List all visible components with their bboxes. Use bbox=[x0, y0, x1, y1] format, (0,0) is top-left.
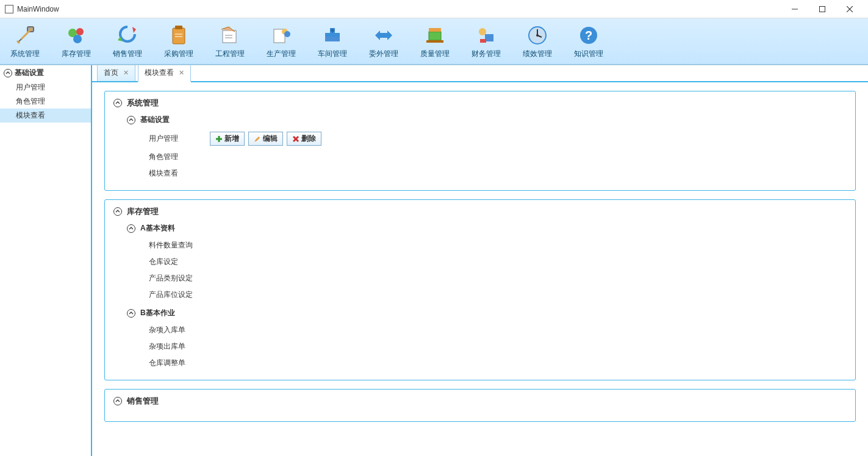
module-item-row: 角色管理 bbox=[127, 149, 847, 165]
subgroup-title[interactable]: B基本作业 bbox=[127, 308, 847, 318]
toolbar-label: 采购管理 bbox=[164, 49, 193, 59]
module-item-label[interactable]: 杂项入库单 bbox=[149, 325, 210, 335]
svg-point-10 bbox=[73, 35, 82, 43]
module-item-row: 模块查看 bbox=[127, 165, 847, 182]
subgroup: B基本作业 杂项入库单 杂项出库单 仓库调整单 bbox=[127, 308, 847, 371]
chevron-up-icon[interactable] bbox=[127, 309, 135, 318]
module-item-label[interactable]: 仓库设定 bbox=[149, 257, 210, 267]
toolbar-label: 质量管理 bbox=[420, 49, 450, 59]
eng-icon bbox=[218, 23, 242, 48]
toolbar-label: 车间管理 bbox=[318, 49, 347, 59]
toolbar-label: 生产管理 bbox=[267, 49, 296, 59]
inv-icon bbox=[64, 23, 88, 48]
prod-icon bbox=[269, 23, 293, 48]
toolbar-item-purchase[interactable]: 采购管理 bbox=[162, 23, 195, 59]
add-button[interactable]: 新增 bbox=[210, 132, 245, 146]
toolbar-item-sys[interactable]: 系统管理 bbox=[9, 23, 41, 59]
module-item-row: 仓库调整单 bbox=[127, 355, 847, 371]
toolbar-label: 财务管理 bbox=[472, 49, 501, 59]
tab-close-icon[interactable]: ✕ bbox=[179, 69, 184, 77]
plus-icon bbox=[215, 135, 223, 143]
subgroup: A基本资料 料件数量查询 仓库设定 产品类别设定 产品库位设定 bbox=[127, 223, 847, 303]
svg-rect-17 bbox=[223, 30, 236, 43]
perf-icon bbox=[525, 23, 550, 48]
module-item-row: 杂项出库单 bbox=[127, 338, 847, 355]
module-item-label[interactable]: 仓库调整单 bbox=[149, 358, 210, 368]
svg-text:?: ? bbox=[585, 29, 592, 42]
action-button-row: 新增 编辑 删除 bbox=[210, 132, 321, 146]
module-item-row: 仓库设定 bbox=[127, 254, 847, 270]
edit-button[interactable]: 编辑 bbox=[248, 132, 283, 146]
svg-marker-26 bbox=[375, 30, 392, 40]
chevron-up-icon[interactable] bbox=[127, 224, 135, 233]
sidebar-header-label: 基础设置 bbox=[15, 68, 44, 78]
finance-icon bbox=[474, 23, 498, 48]
tab-close-icon[interactable]: ✕ bbox=[123, 69, 129, 77]
subgroup-title[interactable]: A基本资料 bbox=[127, 223, 847, 233]
module-item-row: 料件数量查询 bbox=[127, 237, 847, 254]
cross-icon bbox=[292, 135, 299, 143]
tab[interactable]: 首页 ✕ bbox=[97, 65, 135, 81]
module-item-row: 用户管理 新增 编辑 删除 bbox=[127, 129, 847, 149]
sidebar-header[interactable]: 基础设置 bbox=[0, 65, 91, 80]
chevron-up-icon[interactable] bbox=[127, 116, 135, 124]
delete-button[interactable]: 删除 bbox=[287, 132, 321, 146]
module-item-label[interactable]: 产品类别设定 bbox=[149, 273, 210, 283]
purchase-icon bbox=[167, 23, 191, 48]
know-icon: ? bbox=[576, 23, 601, 48]
tab[interactable]: 模块查看 ✕ bbox=[138, 65, 191, 82]
outsrc-icon bbox=[371, 23, 396, 48]
module-item-label[interactable]: 料件数量查询 bbox=[149, 240, 210, 251]
minimize-button[interactable] bbox=[781, 1, 808, 18]
window-title: MainWindow bbox=[17, 5, 781, 13]
panel-title[interactable]: 系统管理 bbox=[113, 98, 847, 109]
main-area: 首页 ✕模块查看 ✕ 系统管理 基础设置 用户管理 新增 编辑 删除 角色管理 … bbox=[92, 65, 868, 456]
sidebar-item[interactable]: 角色管理 bbox=[0, 94, 91, 109]
chevron-up-icon[interactable] bbox=[113, 207, 122, 216]
sidebar-item[interactable]: 用户管理 bbox=[0, 80, 91, 94]
sidebar-item[interactable]: 模块查看 bbox=[0, 109, 91, 123]
tab-label: 首页 bbox=[104, 68, 118, 78]
subgroup-title[interactable]: 基础设置 bbox=[127, 115, 847, 125]
toolbar-item-outsrc[interactable]: 委外管理 bbox=[367, 23, 400, 59]
toolbar-label: 绩效管理 bbox=[523, 49, 552, 59]
tabbar: 首页 ✕模块查看 ✕ bbox=[92, 65, 868, 82]
module-panel: 销售管理 bbox=[104, 389, 856, 422]
svg-rect-23 bbox=[325, 37, 340, 41]
toolbar-item-know[interactable]: ? 知识管理 bbox=[572, 23, 605, 59]
toolbar-label: 知识管理 bbox=[574, 49, 603, 59]
toolbar-label: 系统管理 bbox=[10, 49, 40, 59]
toolbar-item-finance[interactable]: 财务管理 bbox=[470, 23, 503, 59]
svg-rect-29 bbox=[426, 40, 443, 43]
toolbar-label: 委外管理 bbox=[369, 49, 398, 59]
toolbar-item-perf[interactable]: 绩效管理 bbox=[521, 23, 554, 59]
maximize-button[interactable] bbox=[808, 1, 836, 18]
panel-title[interactable]: 销售管理 bbox=[113, 396, 847, 407]
module-item-label[interactable]: 产品库位设定 bbox=[149, 290, 210, 300]
chevron-up-icon[interactable] bbox=[113, 397, 122, 405]
quality-icon bbox=[423, 23, 447, 48]
toolbar-item-sales[interactable]: 销售管理 bbox=[111, 23, 144, 59]
svg-rect-28 bbox=[429, 28, 441, 32]
toolbar-item-quality[interactable]: 质量管理 bbox=[418, 23, 451, 59]
chevron-up-icon[interactable] bbox=[4, 69, 12, 77]
panel-title[interactable]: 库存管理 bbox=[113, 206, 847, 217]
sys-icon bbox=[13, 23, 37, 48]
main-toolbar: 系统管理 库存管理 销售管理 采购管理 工程管理 生产管理 车间管理 委外管理 … bbox=[0, 18, 868, 65]
titlebar: MainWindow bbox=[0, 0, 868, 18]
toolbar-item-shop[interactable]: 车间管理 bbox=[316, 23, 349, 59]
toolbar-item-eng[interactable]: 工程管理 bbox=[213, 23, 246, 59]
sales-icon bbox=[115, 23, 140, 48]
toolbar-item-prod[interactable]: 生产管理 bbox=[265, 23, 298, 59]
toolbar-label: 库存管理 bbox=[62, 49, 91, 59]
close-button[interactable] bbox=[836, 1, 863, 18]
chevron-up-icon[interactable] bbox=[113, 99, 122, 107]
svg-rect-32 bbox=[480, 39, 486, 43]
module-panel: 库存管理 A基本资料 料件数量查询 仓库设定 产品类别设定 产品库位设定 B基本… bbox=[104, 199, 856, 380]
module-item-label[interactable]: 模块查看 bbox=[149, 168, 210, 179]
toolbar-item-inv[interactable]: 库存管理 bbox=[60, 23, 93, 59]
toolbar-label: 工程管理 bbox=[215, 49, 245, 59]
module-item-label[interactable]: 杂项出库单 bbox=[149, 341, 210, 352]
module-item-label[interactable]: 用户管理 bbox=[149, 134, 210, 144]
module-item-label[interactable]: 角色管理 bbox=[149, 152, 210, 162]
